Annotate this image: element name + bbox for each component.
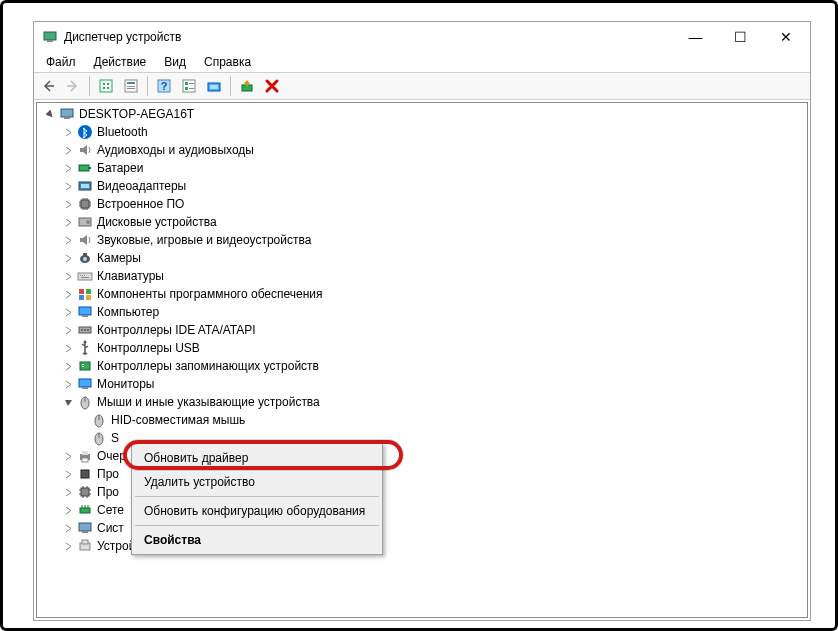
svg-rect-43 <box>79 307 91 315</box>
expander-open-icon[interactable] <box>43 107 57 121</box>
svg-rect-17 <box>189 88 194 89</box>
svg-rect-28 <box>81 200 89 208</box>
titlebar: Диспетчер устройств — ☐ ✕ <box>34 22 810 52</box>
back-button[interactable] <box>36 74 60 98</box>
category-label: Видеоадаптеры <box>97 179 186 193</box>
network-icon <box>77 502 93 518</box>
expander-closed-icon[interactable] <box>61 377 75 391</box>
show-hidden-button[interactable] <box>94 74 118 98</box>
svg-rect-42 <box>86 295 91 300</box>
svg-point-48 <box>87 329 89 331</box>
maximize-button[interactable]: ☐ <box>718 23 763 51</box>
expander-closed-icon[interactable] <box>61 143 75 157</box>
category-video[interactable]: Видеоадаптеры <box>37 177 807 195</box>
expander-closed-icon[interactable] <box>61 323 75 337</box>
category-keyboards[interactable]: Клавиатуры <box>37 267 807 285</box>
expander-closed-icon[interactable] <box>61 449 75 463</box>
expander-closed-icon[interactable] <box>61 539 75 553</box>
category-monitors[interactable]: Мониторы <box>37 375 807 393</box>
category-sound[interactable]: Звуковые, игровые и видеоустройства <box>37 231 807 249</box>
category-usb[interactable]: Контроллеры USB <box>37 339 807 357</box>
speaker-icon <box>77 232 93 248</box>
svg-rect-40 <box>86 289 91 294</box>
close-button[interactable]: ✕ <box>763 23 808 51</box>
expander-closed-icon[interactable] <box>61 359 75 373</box>
speaker-icon <box>77 142 93 158</box>
expander-closed-icon[interactable] <box>61 269 75 283</box>
svg-rect-2 <box>100 80 112 92</box>
category-label: Контроллеры USB <box>97 341 200 355</box>
monitor-icon <box>77 304 93 320</box>
menu-action[interactable]: Действие <box>86 53 155 71</box>
category-label: Контроллеры запоминающих устройств <box>97 359 319 373</box>
expander-closed-icon[interactable] <box>61 125 75 139</box>
svg-rect-33 <box>83 253 87 256</box>
svg-point-49 <box>84 341 87 344</box>
expander-closed-icon[interactable] <box>61 341 75 355</box>
category-disks[interactable]: Дисковые устройства <box>37 213 807 231</box>
category-batteries[interactable]: Батареи <box>37 159 807 177</box>
uninstall-button[interactable] <box>260 74 284 98</box>
expander-closed-icon[interactable] <box>61 179 75 193</box>
category-audio[interactable]: Аудиовходы и аудиовыходы <box>37 141 807 159</box>
svg-rect-4 <box>107 83 109 85</box>
ctx-uninstall[interactable]: Удалить устройство <box>134 470 380 494</box>
category-label: Bluetooth <box>97 125 148 139</box>
usb-icon <box>77 340 93 356</box>
expander-closed-icon[interactable] <box>61 161 75 175</box>
storage-icon <box>77 358 93 374</box>
expander-closed-icon[interactable] <box>61 287 75 301</box>
separator-icon <box>147 76 148 96</box>
category-mice[interactable]: Мыши и иные указывающие устройства <box>37 393 807 411</box>
ctx-update-driver[interactable]: Обновить драйвер <box>134 446 380 470</box>
svg-rect-34 <box>78 273 92 280</box>
expander-closed-icon[interactable] <box>61 233 75 247</box>
expander-closed-icon[interactable] <box>61 251 75 265</box>
app-icon <box>42 29 58 45</box>
svg-point-47 <box>84 329 86 331</box>
scan-button[interactable] <box>202 74 226 98</box>
mouse-icon <box>91 430 107 446</box>
svg-rect-8 <box>127 82 135 84</box>
expander-closed-icon[interactable] <box>61 485 75 499</box>
expander-closed-icon[interactable] <box>61 503 75 517</box>
expander-open-icon[interactable] <box>61 395 75 409</box>
update-driver-button[interactable] <box>235 74 259 98</box>
svg-rect-1 <box>47 40 53 42</box>
ctx-scan-hardware[interactable]: Обновить конфигурацию оборудования <box>134 499 380 523</box>
monitor-icon <box>77 376 93 392</box>
svg-rect-37 <box>84 275 85 276</box>
category-bluetooth[interactable]: Bluetooth <box>37 123 807 141</box>
list-button[interactable] <box>177 74 201 98</box>
root-node[interactable]: DESKTOP-AEGA16T <box>37 105 807 123</box>
expander-closed-icon[interactable] <box>61 305 75 319</box>
svg-point-46 <box>81 329 83 331</box>
menu-view[interactable]: Вид <box>156 53 194 71</box>
device-hid-mouse[interactable]: HID-совместимая мышь <box>37 411 807 429</box>
category-software[interactable]: Компоненты программного обеспечения <box>37 285 807 303</box>
expander-closed-icon[interactable] <box>61 215 75 229</box>
forward-button[interactable] <box>61 74 85 98</box>
menubar: Файл Действие Вид Справка <box>34 52 810 72</box>
svg-rect-21 <box>61 109 73 117</box>
window-title: Диспетчер устройств <box>64 30 673 44</box>
svg-rect-25 <box>89 167 91 169</box>
category-storage[interactable]: Контроллеры запоминающих устройств <box>37 357 807 375</box>
expander-closed-icon[interactable] <box>61 521 75 535</box>
expander-closed-icon[interactable] <box>61 197 75 211</box>
help-button[interactable]: ? <box>152 74 176 98</box>
svg-rect-51 <box>82 364 84 365</box>
svg-rect-62 <box>82 451 88 455</box>
ctx-properties[interactable]: Свойства <box>134 528 380 552</box>
minimize-button[interactable]: — <box>673 23 718 51</box>
category-ide[interactable]: Контроллеры IDE ATA/ATAPI <box>37 321 807 339</box>
category-firmware[interactable]: Встроенное ПО <box>37 195 807 213</box>
menu-help[interactable]: Справка <box>196 53 259 71</box>
category-computer[interactable]: Компьютер <box>37 303 807 321</box>
menu-file[interactable]: Файл <box>38 53 84 71</box>
category-cameras[interactable]: Камеры <box>37 249 807 267</box>
expander-closed-icon[interactable] <box>61 467 75 481</box>
svg-rect-13 <box>183 80 195 92</box>
svg-rect-53 <box>79 379 91 387</box>
properties-button[interactable] <box>119 74 143 98</box>
